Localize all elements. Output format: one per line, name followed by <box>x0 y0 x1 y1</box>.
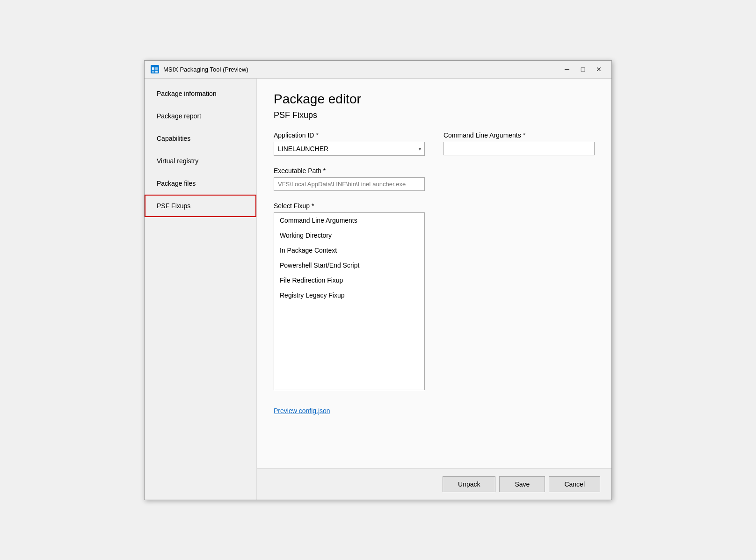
executable-path-group: Executable Path * <box>274 167 425 191</box>
command-line-args-input[interactable] <box>443 142 595 155</box>
form-right: Command Line Arguments * <box>443 131 595 415</box>
unpack-button[interactable]: Unpack <box>443 476 495 492</box>
cancel-button[interactable]: Cancel <box>549 476 600 492</box>
section-title: PSF Fixups <box>274 110 595 120</box>
page-title: Package editor <box>274 92 595 107</box>
preview-config-link[interactable]: Preview config.json <box>274 407 330 415</box>
select-fixup-label: Select Fixup * <box>274 202 425 210</box>
sidebar-item-package-information[interactable]: Package information <box>145 82 256 105</box>
application-id-label: Application ID * <box>274 131 425 139</box>
fixup-item-5[interactable]: Registry Legacy Fixup <box>274 288 424 303</box>
svg-rect-3 <box>152 71 154 73</box>
application-id-select-wrapper: LINELAUNCHER ▾ <box>274 142 425 156</box>
svg-rect-2 <box>155 67 158 70</box>
select-fixup-group: Select Fixup * Command Line Arguments Wo… <box>274 202 425 390</box>
save-button[interactable]: Save <box>499 476 545 492</box>
svg-rect-4 <box>155 71 158 73</box>
app-window: MSIX Packaging Tool (Preview) ─ □ ✕ Pack… <box>144 60 612 500</box>
sidebar-item-virtual-registry[interactable]: Virtual registry <box>145 150 256 172</box>
form-left: Application ID * LINELAUNCHER ▾ Executab… <box>274 131 425 415</box>
fixup-item-4[interactable]: File Redirection Fixup <box>274 273 424 288</box>
svg-rect-0 <box>151 65 159 73</box>
maximize-button[interactable]: □ <box>576 64 590 74</box>
sidebar-item-package-report[interactable]: Package report <box>145 105 256 127</box>
fixup-item-2[interactable]: In Package Context <box>274 243 424 258</box>
window-title: MSIX Packaging Tool (Preview) <box>163 66 560 73</box>
fixup-item-3[interactable]: Powershell Start/End Script <box>274 258 424 273</box>
svg-rect-1 <box>152 67 154 70</box>
content-area: Package information Package report Capab… <box>145 79 611 500</box>
application-id-select[interactable]: LINELAUNCHER <box>274 142 425 156</box>
main-content: Package editor PSF Fixups Application ID… <box>257 79 611 500</box>
minimize-button[interactable]: ─ <box>560 64 574 74</box>
sidebar-item-package-files[interactable]: Package files <box>145 172 256 195</box>
app-icon <box>150 65 160 74</box>
command-line-args-group: Command Line Arguments * <box>443 131 595 155</box>
title-bar: MSIX Packaging Tool (Preview) ─ □ ✕ <box>145 61 611 79</box>
fixup-item-0[interactable]: Command Line Arguments <box>274 213 424 228</box>
executable-path-label: Executable Path * <box>274 167 425 175</box>
fixup-item-1[interactable]: Working Directory <box>274 228 424 243</box>
command-line-args-label: Command Line Arguments * <box>443 131 595 139</box>
application-id-group: Application ID * LINELAUNCHER ▾ <box>274 131 425 156</box>
fixup-list: Command Line Arguments Working Directory… <box>274 212 425 390</box>
close-button[interactable]: ✕ <box>592 64 606 74</box>
executable-path-input[interactable] <box>274 177 425 191</box>
main-inner: Package editor PSF Fixups Application ID… <box>257 79 611 468</box>
form-section: Application ID * LINELAUNCHER ▾ Executab… <box>274 131 595 415</box>
sidebar: Package information Package report Capab… <box>145 79 257 500</box>
sidebar-item-psf-fixups[interactable]: PSF Fixups <box>145 195 256 217</box>
footer: Unpack Save Cancel <box>257 468 611 500</box>
window-controls: ─ □ ✕ <box>560 64 606 74</box>
sidebar-item-capabilities[interactable]: Capabilities <box>145 127 256 150</box>
